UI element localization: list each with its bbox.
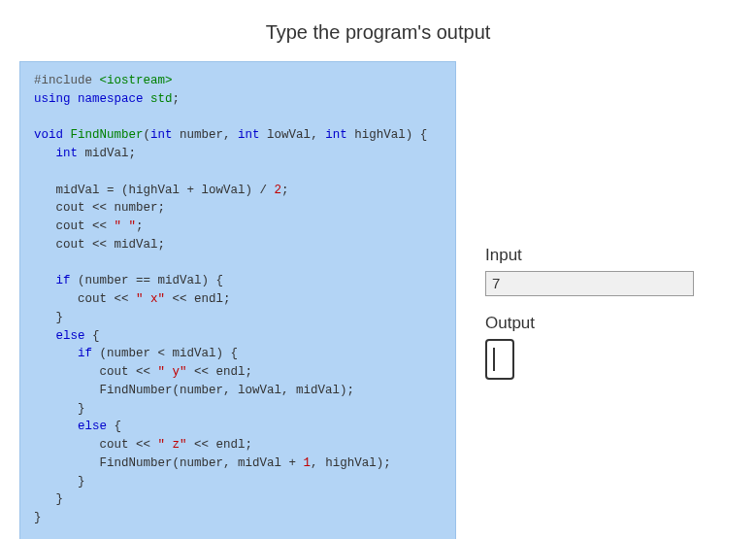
code-text: number bbox=[107, 201, 158, 215]
code-text: if bbox=[78, 347, 92, 360]
code-text: endl bbox=[187, 292, 224, 306]
code-text: int bbox=[238, 128, 260, 142]
code-text: <iostream> bbox=[100, 74, 173, 87]
code-text: midVal) bbox=[150, 274, 216, 287]
code-text: cout bbox=[34, 201, 92, 215]
code-text: using bbox=[34, 92, 71, 106]
code-text: cout bbox=[34, 292, 115, 306]
code-text: lowVal bbox=[260, 128, 312, 142]
code-text: 2 bbox=[275, 184, 282, 197]
main-content: #include <iostream> using namespace std;… bbox=[0, 61, 756, 539]
code-text: " y" bbox=[158, 365, 187, 379]
code-panel: #include <iostream> using namespace std;… bbox=[19, 61, 456, 539]
code-text: (number bbox=[71, 274, 137, 287]
code-text: std bbox=[144, 92, 173, 106]
text-cursor bbox=[493, 348, 495, 371]
code-text: midVal) bbox=[289, 384, 347, 397]
code-text: endl bbox=[209, 365, 246, 379]
code-text: else bbox=[56, 329, 85, 343]
code-text: midVal bbox=[231, 456, 289, 470]
code-text: cout bbox=[34, 438, 136, 452]
code-text: midVal) bbox=[165, 347, 231, 360]
code-text: if bbox=[56, 274, 71, 287]
code-text: int bbox=[325, 128, 347, 142]
code-text: int bbox=[150, 128, 173, 142]
output-label: Output bbox=[485, 314, 737, 333]
code-text: midVal bbox=[34, 184, 107, 197]
code-text: FindNumber(number bbox=[34, 456, 223, 470]
page-title: Type the program's output bbox=[0, 0, 756, 61]
code-text: (number bbox=[92, 347, 158, 360]
code-text: " z" bbox=[158, 438, 187, 452]
code-text: int bbox=[56, 147, 79, 160]
input-label: Input bbox=[485, 246, 737, 265]
code-text: cout bbox=[34, 219, 92, 233]
code-text: highVal bbox=[347, 128, 406, 142]
output-input[interactable] bbox=[485, 339, 514, 380]
code-text: lowVal) bbox=[194, 184, 260, 197]
input-box: 7 bbox=[485, 271, 694, 296]
code-text: 1 bbox=[304, 456, 312, 470]
code-text: " x" bbox=[136, 292, 165, 306]
code-text: highVal) bbox=[318, 456, 384, 470]
code-text: endl bbox=[209, 438, 246, 452]
code-text: namespace bbox=[71, 92, 144, 106]
code-text: #include bbox=[34, 74, 100, 87]
side-panel: Input 7 Output bbox=[485, 61, 737, 539]
code-text: midVal bbox=[78, 147, 129, 160]
code-text: number bbox=[173, 128, 224, 142]
code-text: cout bbox=[34, 238, 92, 252]
code-text: midVal bbox=[107, 238, 158, 252]
code-text: lowVal bbox=[231, 384, 282, 397]
code-text: FindNumber bbox=[63, 128, 144, 142]
code-text: FindNumber(number bbox=[34, 384, 223, 397]
code-text: (highVal bbox=[115, 184, 187, 197]
code-text: " " bbox=[115, 219, 137, 233]
code-text: void bbox=[34, 128, 63, 142]
code-text: else bbox=[78, 420, 107, 433]
code-text: cout bbox=[34, 365, 136, 379]
